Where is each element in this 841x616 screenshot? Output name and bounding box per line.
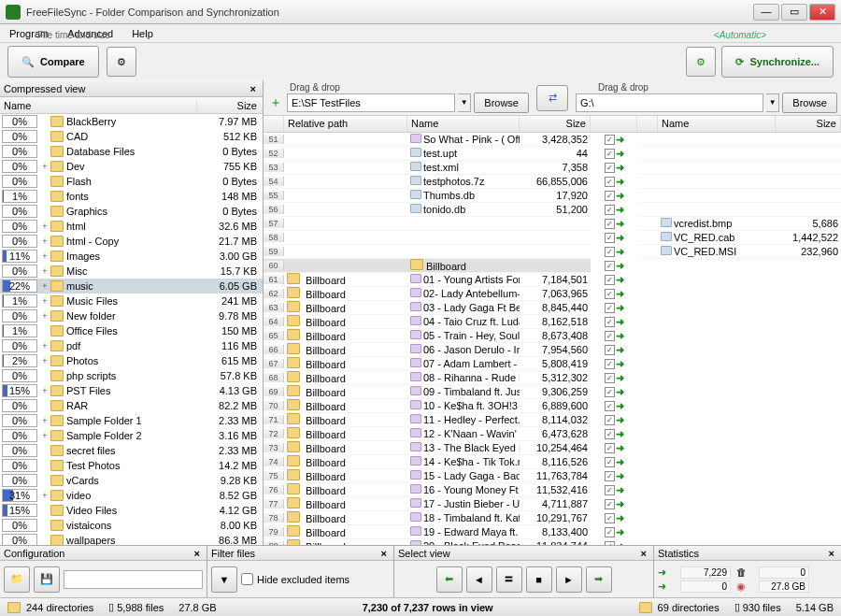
grid-row[interactable]: 54testphotos.7z66,855,006	[264, 175, 591, 189]
close-button[interactable]: ✕	[809, 4, 835, 21]
sync-direction-icon[interactable]: ➜	[616, 484, 624, 496]
grid-row[interactable]: VC_RED.MSI232,960	[637, 245, 841, 259]
menu-help[interactable]: Help	[128, 26, 157, 41]
tree-row[interactable]: 0%secret files2.33 MB	[0, 443, 263, 458]
tree-row[interactable]: 15%Video Files4.12 GB	[0, 503, 263, 518]
tree-row[interactable]: 0%php scripts57.8 KB	[0, 368, 263, 383]
expand-icon[interactable]: +	[39, 416, 50, 425]
sync-direction-icon[interactable]: ➜	[616, 358, 624, 370]
tree-row[interactable]: 31%+video8.52 GB	[0, 488, 263, 503]
expand-icon[interactable]: +	[39, 162, 50, 171]
include-checkbox[interactable]: ✓	[605, 387, 615, 397]
sync-direction-icon[interactable]: ➜	[616, 526, 624, 538]
tree-row[interactable]: 0%wallpapers86.3 MB	[0, 533, 263, 545]
sync-direction-icon[interactable]: ➜	[616, 428, 624, 440]
tree-row[interactable]: 0%vCards9.28 KB	[0, 473, 263, 488]
col-size-right[interactable]: Size	[776, 116, 841, 132]
expand-icon[interactable]: +	[39, 341, 50, 351]
grid-row[interactable]: VC_RED.cab1,442,522	[637, 231, 841, 245]
sync-direction-icon[interactable]: ➜	[616, 316, 624, 328]
tree-row[interactable]: 15%+PST Files4.13 GB	[0, 383, 263, 398]
grid-row[interactable]: 67 Billboard07 - Adam Lambert - Wh5,808,…	[264, 357, 591, 371]
include-checkbox[interactable]: ✓	[605, 415, 615, 425]
include-checkbox[interactable]: ✓	[605, 499, 615, 509]
tree-row[interactable]: 0%RAR82.2 MB	[0, 398, 263, 413]
sync-settings-button[interactable]: ⚙	[686, 47, 716, 77]
grid-row[interactable]: 75 Billboard15 - Lady Gaga - Bad Rom11,7…	[264, 469, 591, 483]
grid-row[interactable]: 53test.xml7,358	[264, 161, 591, 175]
filter-settings-button[interactable]: ▼	[211, 566, 237, 593]
include-checkbox[interactable]: ✓	[605, 401, 615, 411]
tree-row[interactable]: 0%+Sample Folder 12.33 MB	[0, 413, 263, 428]
sync-direction-icon[interactable]: ➜	[616, 372, 624, 384]
include-checkbox[interactable]: ✓	[605, 513, 615, 523]
include-checkbox[interactable]: ✓	[605, 163, 615, 173]
tree-col-size[interactable]: Size	[197, 100, 263, 111]
grid-row[interactable]	[637, 203, 841, 217]
include-checkbox[interactable]: ✓	[605, 303, 615, 313]
grid-row[interactable]: 52test.upt44	[264, 147, 591, 161]
sync-direction-icon[interactable]: ➜	[616, 190, 624, 202]
grid-row[interactable]: 58	[264, 231, 591, 245]
sync-direction-icon[interactable]: ➜	[616, 218, 624, 230]
include-checkbox[interactable]: ✓	[605, 233, 615, 243]
tree-row[interactable]: 0%+New folder9.78 MB	[0, 308, 263, 323]
include-checkbox[interactable]: ✓	[605, 471, 615, 481]
grid-row[interactable]	[637, 133, 841, 147]
tree-row[interactable]: 0%+html - Copy21.7 MB	[0, 234, 263, 249]
grid-row[interactable]: 61 Billboard01 - Young Artists For Ha7,1…	[264, 273, 591, 287]
include-checkbox[interactable]: ✓	[605, 429, 615, 439]
expand-icon[interactable]: +	[39, 222, 50, 231]
tree-row[interactable]: 2%+Photos615 MB	[0, 353, 263, 368]
grid-row[interactable]: 76 Billboard16 - Young Money Ft Llo11,53…	[264, 483, 591, 497]
expand-icon[interactable]: +	[39, 281, 50, 291]
view-create-right-button[interactable]: ➡	[586, 566, 612, 593]
sync-direction-icon[interactable]: ➜	[616, 456, 624, 468]
left-path-input[interactable]	[287, 93, 455, 112]
grid-row[interactable]: 66 Billboard06 - Jason Derulo - In My7,9…	[264, 343, 591, 357]
sync-direction-icon[interactable]: ➜	[616, 288, 624, 300]
include-checkbox[interactable]: ✓	[605, 443, 615, 453]
include-checkbox[interactable]: ✓	[605, 135, 615, 145]
expand-icon[interactable]: +	[39, 311, 50, 321]
view-update-left-button[interactable]: ◄	[466, 566, 492, 593]
tree-row[interactable]: 0%+Misc15.7 KB	[0, 264, 263, 279]
include-checkbox[interactable]: ✓	[605, 289, 615, 299]
view-create-left-button[interactable]: ⬅	[436, 566, 463, 593]
tree-row[interactable]: 0%+Dev755 KB	[0, 159, 263, 174]
config-panel-close[interactable]: ×	[192, 548, 203, 559]
synchronize-button[interactable]: ⟳ Synchronize...	[721, 46, 834, 78]
maximize-button[interactable]: ▭	[781, 4, 807, 21]
include-checkbox[interactable]: ✓	[605, 359, 615, 369]
grid-row[interactable]: 72 Billboard12 - K'Naan - Wavin' Fla6,47…	[264, 427, 591, 441]
include-checkbox[interactable]: ✓	[605, 345, 615, 355]
sync-direction-icon[interactable]: ➜	[616, 204, 624, 216]
include-checkbox[interactable]: ✓	[605, 177, 615, 187]
left-panel-close[interactable]: ×	[248, 83, 259, 94]
tree-row[interactable]: 1%+Music Files241 MB	[0, 294, 263, 308]
grid-row[interactable]: 77 Billboard17 - Justin Bieber - U Sm4,7…	[264, 497, 591, 511]
col-name-right[interactable]: Name	[658, 116, 776, 132]
expand-icon[interactable]: +	[39, 386, 50, 395]
grid-row[interactable]: 59	[264, 245, 591, 259]
view-update-right-button[interactable]: ►	[556, 566, 582, 593]
compare-settings-button[interactable]: ⚙	[107, 47, 136, 77]
select-view-close[interactable]: ×	[638, 548, 649, 559]
expand-icon[interactable]: +	[39, 491, 50, 500]
include-checkbox[interactable]: ✓	[605, 317, 615, 327]
sync-direction-icon[interactable]: ➜	[616, 344, 624, 356]
tree-row[interactable]: 0%+html32.6 MB	[0, 219, 263, 234]
right-path-dropdown[interactable]: ▼	[766, 93, 779, 112]
expand-icon[interactable]: +	[39, 251, 50, 261]
expand-icon[interactable]: +	[39, 236, 50, 246]
tree-row[interactable]: 0%Test Photos14.2 MB	[0, 458, 263, 473]
col-size-left[interactable]: Size	[520, 116, 591, 132]
expand-icon[interactable]: +	[39, 431, 50, 440]
include-checkbox[interactable]: ✓	[605, 331, 615, 341]
tree-col-name[interactable]: Name	[0, 100, 197, 111]
save-config-button[interactable]: 💾	[34, 566, 60, 593]
grid-row[interactable]: 65 Billboard05 - Train - Hey, Soul Sis8,…	[264, 329, 591, 343]
grid-row[interactable]	[637, 161, 841, 175]
grid-row[interactable]: 56tonido.db51,200	[264, 203, 591, 217]
tree-row[interactable]: 0%+pdf116 MB	[0, 338, 263, 353]
